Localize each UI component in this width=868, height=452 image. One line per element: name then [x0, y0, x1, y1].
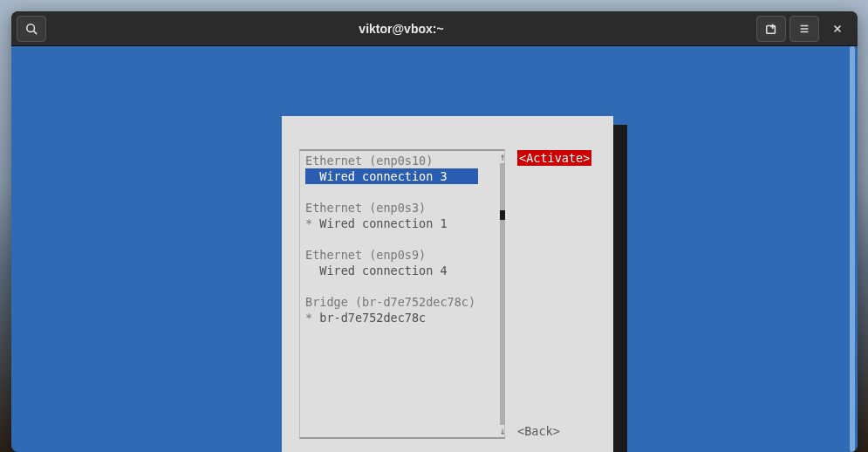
group-header: Ethernet (enp0s10): [305, 153, 501, 168]
menu-button[interactable]: [789, 16, 819, 42]
svg-line-1: [34, 31, 38, 34]
new-tab-button[interactable]: [756, 16, 786, 42]
scroll-track[interactable]: [500, 163, 505, 425]
window-title: viktor@vbox:~: [50, 22, 753, 36]
connection-list: Ethernet (enp0s10) Wired connection 3 Et…: [299, 149, 505, 439]
close-button[interactable]: [823, 16, 852, 42]
terminal-scrollbar[interactable]: [847, 46, 858, 452]
search-button[interactable]: [17, 16, 46, 42]
back-button[interactable]: <Back>: [517, 424, 560, 438]
list-scrollbar[interactable]: ↑ ↓: [499, 151, 506, 437]
connection-item[interactable]: Wired connection 3: [305, 168, 501, 184]
nmtui-dialog: Ethernet (enp0s10) Wired connection 3 Et…: [282, 116, 613, 452]
connection-item[interactable]: * br-d7e752dec78c: [305, 310, 501, 325]
connection-item[interactable]: Wired connection 4: [305, 263, 501, 278]
group-header: Bridge (br-d7e752dec78c): [305, 294, 501, 310]
scroll-thumb[interactable]: [500, 210, 505, 220]
titlebar: viktor@vbox:~: [11, 11, 858, 46]
svg-point-0: [27, 24, 35, 31]
group-header: Ethernet (enp0s9): [305, 247, 501, 263]
connection-item[interactable]: * Wired connection 1: [305, 216, 501, 231]
scroll-up-arrow[interactable]: ↑: [499, 151, 505, 163]
activate-button[interactable]: <Activate>: [517, 150, 591, 166]
terminal-viewport[interactable]: Ethernet (enp0s10) Wired connection 3 Et…: [11, 46, 858, 452]
terminal-window: viktor@vbox:~ Ethernet (enp0s10): [11, 11, 858, 452]
terminal-scrollbar-thumb[interactable]: [850, 46, 855, 452]
group-header: Ethernet (enp0s3): [305, 200, 501, 216]
scroll-down-arrow[interactable]: ↓: [499, 425, 505, 437]
